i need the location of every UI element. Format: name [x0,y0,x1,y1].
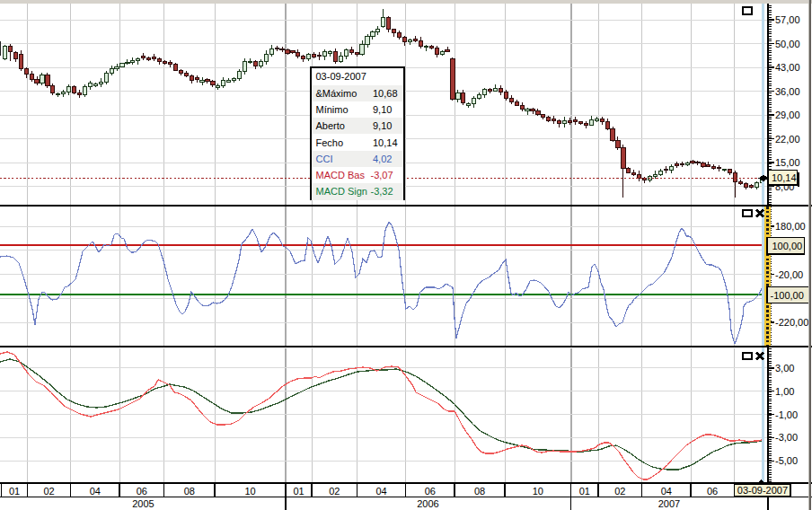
svg-text:2007: 2007 [658,498,680,509]
svg-text:10,68: 10,68 [373,88,398,99]
svg-text:-100,00: -100,00 [771,290,804,301]
svg-text:02: 02 [614,486,625,497]
svg-text:MACD Bas: MACD Bas [316,170,366,180]
svg-text:57,00: 57,00 [775,14,800,25]
svg-text:08: 08 [184,486,195,497]
svg-text:-3,07: -3,07 [371,170,393,180]
svg-text:-20,00: -20,00 [775,269,803,280]
svg-text:4,02: 4,02 [373,154,392,164]
svg-text:03-09-2007: 03-09-2007 [316,71,366,82]
svg-text:08: 08 [474,486,485,497]
svg-text:CCI: CCI [316,154,333,164]
svg-text:1,00: 1,00 [775,386,794,397]
svg-text:9,10: 9,10 [373,120,392,131]
svg-text:01: 01 [293,486,304,497]
svg-text:06: 06 [425,486,436,497]
svg-text:01: 01 [9,486,20,497]
svg-text:3,00: 3,00 [775,363,794,374]
svg-text:-5,00: -5,00 [775,455,798,466]
svg-text:Fecho: Fecho [316,137,344,148]
svg-text:29,00: 29,00 [775,110,800,120]
svg-text:02: 02 [43,486,54,497]
svg-text:50,00: 50,00 [775,39,800,49]
svg-text:06: 06 [707,486,718,497]
svg-text:100,00: 100,00 [772,241,803,251]
svg-text:10,14: 10,14 [772,172,797,183]
svg-text:9,10: 9,10 [373,104,392,115]
svg-text:10: 10 [533,486,543,497]
svg-text:-3,32: -3,32 [371,186,393,197]
svg-text:15,00: 15,00 [775,157,800,168]
svg-text:04: 04 [90,486,101,497]
svg-text:43,00: 43,00 [775,62,800,73]
svg-text:Aberto: Aberto [316,120,345,131]
svg-text:&Máximo: &Máximo [316,88,357,99]
svg-text:MACD Sign: MACD Sign [316,186,367,197]
svg-text:-220,00: -220,00 [775,317,808,328]
svg-text:03-09-2007: 03-09-2007 [737,485,788,496]
svg-text:04: 04 [375,486,386,497]
svg-text:-1,00: -1,00 [775,409,798,420]
svg-text:180,00: 180,00 [775,221,806,232]
svg-text:02: 02 [329,486,340,497]
svg-text:04: 04 [661,486,672,497]
svg-text:06: 06 [137,486,147,497]
svg-text:01: 01 [579,486,590,497]
svg-text:36,00: 36,00 [775,86,800,97]
svg-text:2005: 2005 [132,498,154,509]
svg-text:10,14: 10,14 [373,137,398,148]
svg-text:2006: 2006 [417,498,438,509]
svg-text:-3,00: -3,00 [775,432,798,443]
svg-text:Mínimo: Mínimo [316,104,349,115]
svg-text:22,00: 22,00 [775,134,800,145]
svg-text:10: 10 [244,486,255,497]
